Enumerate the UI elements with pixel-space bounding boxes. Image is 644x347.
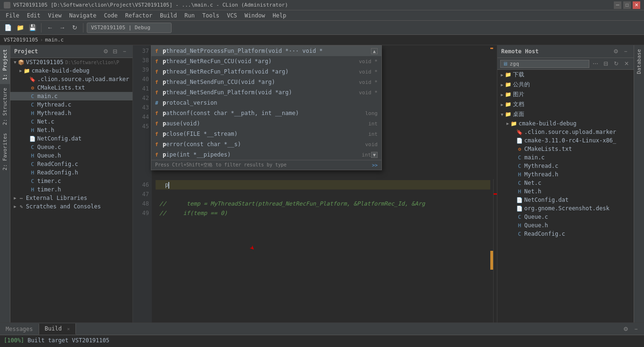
remote-hide-button[interactable]: − xyxy=(621,47,630,56)
ac-item-10[interactable]: f pipe(int *__pipedes) int ▼ xyxy=(151,149,381,160)
tree-netconfig[interactable]: ▶ 📄 NetConfig.dat xyxy=(10,134,132,143)
tree-mythread-c[interactable]: ▶ C Mythread.c xyxy=(10,100,132,109)
menu-run[interactable]: Run xyxy=(181,11,198,20)
remote-netconfig[interactable]: ▶ 📄 NetConfig.dat xyxy=(497,196,634,204)
toolbar-new-file-button[interactable]: 📄 xyxy=(3,23,13,33)
ac-item-4[interactable]: f pthread_NetSendFun_Platform(void *arg)… xyxy=(151,87,381,98)
tree-readconfig-h[interactable]: ▶ H ReadConfig.h xyxy=(10,168,132,177)
side-tab-structure[interactable]: 2: Structure xyxy=(0,84,10,129)
ac-item-7[interactable]: f pause(void) int xyxy=(151,118,381,129)
tree-timer-c[interactable]: ▶ C timer.c xyxy=(10,177,132,185)
remote-readconfig-c[interactable]: ▶ C ReadConfig.c xyxy=(497,230,634,238)
menu-view[interactable]: View xyxy=(44,11,66,20)
tree-cmake-build[interactable]: ▶ 📁 cmake-build-debug xyxy=(10,66,132,75)
toolbar-path-display[interactable]: VST20191105 | Debug xyxy=(87,23,172,33)
ac-item-5[interactable]: # protocal_version xyxy=(151,98,381,108)
code-content[interactable]: p // temp = MyThreadStart(pthread_NetRec… xyxy=(152,179,497,322)
tree-timer-h[interactable]: ▶ H timer.h xyxy=(10,185,132,194)
menu-code[interactable]: Code xyxy=(100,11,122,20)
tree-mythread-h[interactable]: ▶ H Mythread.h xyxy=(10,109,132,117)
close-button[interactable]: ✕ xyxy=(633,1,640,9)
code-editor[interactable]: 46 47 48 49 p // temp = MyThreadStart(pt… xyxy=(133,179,497,322)
tree-scratches[interactable]: ▶ ✎ Scratches and Consoles xyxy=(10,202,132,211)
panel-toolbar-layout[interactable]: ⊟ xyxy=(111,47,119,56)
menu-file[interactable]: File xyxy=(2,11,23,20)
remote-queue-c[interactable]: ▶ C Queue.c xyxy=(497,213,634,221)
remote-queue-h[interactable]: ▶ H Queue.h xyxy=(497,221,634,230)
tree-net-h[interactable]: ▶ H Net.h xyxy=(10,126,132,134)
menu-vcs[interactable]: VCS xyxy=(223,11,241,20)
ac-footer-link[interactable]: >> xyxy=(372,163,378,168)
remote-net-c[interactable]: ▶ C Net.c xyxy=(497,179,634,187)
ac-item-1[interactable]: f pthread_NetRecFun_CCU(void *arg) void … xyxy=(151,56,381,66)
remote-host-select[interactable]: 🖥 zgq xyxy=(500,60,589,68)
remote-screenshot[interactable]: ▶ 📄 org.gnome.Screenshot.desk xyxy=(497,204,634,213)
menu-navigate[interactable]: Navigate xyxy=(66,11,100,20)
remote-mythread-c[interactable]: ▶ C Mythread.c xyxy=(497,162,634,170)
ac-item-6[interactable]: f pathconf(const char *__path, int __nam… xyxy=(151,108,381,118)
bottom-settings-button[interactable]: ⚙ xyxy=(621,325,630,333)
remote-collapse-button[interactable]: ⊟ xyxy=(602,59,610,68)
remote-tupian[interactable]: ▶ 📁 图片 xyxy=(497,90,634,99)
remote-expand-button[interactable]: ⋯ xyxy=(591,59,600,68)
maximize-button[interactable]: □ xyxy=(623,1,631,9)
tree-queue-h[interactable]: ▶ H Queue.h xyxy=(10,151,132,160)
toolbar-open-button[interactable]: 📁 xyxy=(15,23,25,33)
ac-scroll-down[interactable]: ▼ xyxy=(371,152,378,158)
tree-external-libs[interactable]: ▶ ⋯ External Libraries xyxy=(10,194,132,202)
remote-net-h[interactable]: ▶ H Net.h xyxy=(497,187,634,196)
remote-wendang[interactable]: ▶ 📁 文档 xyxy=(497,99,634,109)
toolbar-forward-button[interactable]: → xyxy=(57,23,67,33)
ac-item-2[interactable]: f pthread_NetRecFun_Platform(void *arg) … xyxy=(151,66,381,77)
remote-close-button[interactable]: ✕ xyxy=(622,59,631,68)
side-tab-project[interactable]: 1: Project xyxy=(0,45,10,84)
bottom-tab-messages[interactable]: Messages xyxy=(0,324,39,334)
tree-main-c[interactable]: ▶ C main.c xyxy=(10,92,132,100)
code-line-47 xyxy=(156,190,493,199)
menu-refactor[interactable]: Refactor xyxy=(121,11,156,20)
menu-edit[interactable]: Edit xyxy=(23,11,44,20)
side-tab-favorites[interactable]: 2: Favorites xyxy=(0,129,10,174)
gutter-marker-2 xyxy=(490,251,493,270)
breadcrumb-project[interactable]: VST20191105 xyxy=(4,37,38,43)
toolbar-back-button[interactable]: ← xyxy=(45,23,55,33)
tree-root[interactable]: ▼ 📦 VST20191105 D:\Software\clion\P xyxy=(10,58,132,66)
tree-net-c[interactable]: ▶ C Net.c xyxy=(10,117,132,126)
bottom-hide-button[interactable]: − xyxy=(632,325,640,333)
bottom-tab-build-close[interactable]: ✕ xyxy=(67,326,70,331)
ac-item-9[interactable]: f perror(const char *__s) void xyxy=(151,139,381,149)
menu-build[interactable]: Build xyxy=(156,11,181,20)
remote-cmake-file[interactable]: ▶ 📄 cmake-3.11.0-rc4-Linux-x86_ xyxy=(497,136,634,145)
remote-xiazai[interactable]: ▶ 📁 下载 xyxy=(497,70,634,80)
side-tab-database[interactable]: Database xyxy=(634,45,644,78)
tree-readconfig-c[interactable]: ▶ C ReadConfig.c xyxy=(10,160,132,168)
tree-cmakelists[interactable]: ▶ ⚙ CMakeLists.txt xyxy=(10,83,132,92)
menu-tools[interactable]: Tools xyxy=(198,11,223,20)
bottom-tab-build[interactable]: Build ✕ xyxy=(39,323,76,335)
remote-mythread-h[interactable]: ▶ H Mythread.h xyxy=(497,170,634,179)
panel-toolbar-hide[interactable]: − xyxy=(120,47,129,56)
scroll-track xyxy=(493,179,497,322)
menu-help[interactable]: Help xyxy=(269,11,290,20)
remote-cmake-debug[interactable]: ▶ 📁 cmake-build-debug xyxy=(497,119,634,128)
remote-gear-button[interactable]: ⚙ xyxy=(611,47,620,56)
ac-scroll-up[interactable]: ▲ xyxy=(371,48,378,54)
remote-gonggong[interactable]: ▶ 📁 公共的 xyxy=(497,80,634,90)
ac-item-3[interactable]: f pthread_NetSendFun_CCU(void *arg) void… xyxy=(151,77,381,87)
remote-clion-marker[interactable]: ▶ 🔖 .clion.source.upload.marker xyxy=(497,128,634,136)
ac-item-0[interactable]: f pthread_NetProcessFun_Platform(void *·… xyxy=(151,46,381,56)
build-target: Built target VST20191105 xyxy=(28,337,109,344)
panel-toolbar-gear[interactable]: ⚙ xyxy=(101,47,110,56)
tree-clion-marker[interactable]: ▶ 🔖 .clion.source.upload.marker xyxy=(10,75,132,83)
minimize-button[interactable]: ─ xyxy=(614,1,621,9)
remote-main-c[interactable]: ▶ C main.c xyxy=(497,153,634,162)
remote-zhuomian[interactable]: ▼ 📁 桌面 xyxy=(497,109,634,119)
remote-cmakelists[interactable]: ▶ ⚙ CMakeLists.txt xyxy=(497,145,634,153)
toolbar-refresh-button[interactable]: ↻ xyxy=(69,23,80,33)
toolbar-save-button[interactable]: 💾 xyxy=(27,23,38,33)
menu-window[interactable]: Window xyxy=(241,11,269,20)
remote-refresh-button[interactable]: ↻ xyxy=(612,59,620,68)
breadcrumb-file[interactable]: main.c xyxy=(45,37,64,43)
tree-queue-c[interactable]: ▶ C Queue.c xyxy=(10,143,132,151)
ac-item-8[interactable]: f pclose(FILE *__stream) int xyxy=(151,129,381,139)
